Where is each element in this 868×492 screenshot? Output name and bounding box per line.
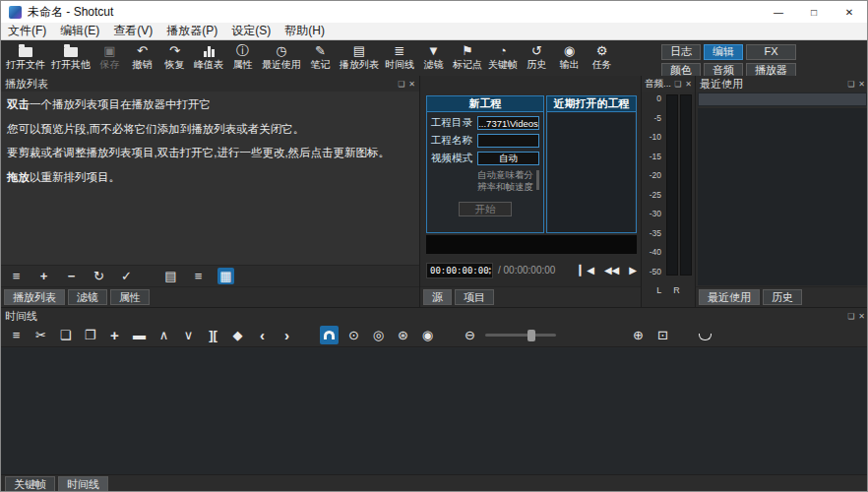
- zoom-out-button[interactable]: ⊖: [461, 326, 479, 344]
- snap-toggle-button[interactable]: [320, 326, 339, 344]
- tab-playlist[interactable]: 播放列表: [4, 289, 65, 305]
- toolbar-keyframes-button[interactable]: ◔ 关键帧: [485, 42, 521, 71]
- menu-player[interactable]: 播放器(P): [159, 23, 224, 39]
- playlist-accept-button[interactable]: ✓: [118, 268, 135, 284]
- menu-help[interactable]: 帮助(H): [278, 23, 332, 39]
- lift-button[interactable]: ∧: [155, 326, 173, 344]
- playlist-view-tiles-button[interactable]: ≡: [190, 268, 207, 284]
- split-button[interactable]: ][: [204, 326, 222, 344]
- meter-well-left: [666, 94, 678, 276]
- toolbar-undo-button[interactable]: ↶ 撤销: [126, 42, 158, 71]
- layout-logging-button[interactable]: 日志: [661, 44, 701, 60]
- toolbar-history-button[interactable]: ↺ 历史: [521, 42, 553, 71]
- timeline-zoom-slider[interactable]: [485, 329, 556, 342]
- start-button[interactable]: 开始: [459, 202, 512, 216]
- tab-recent[interactable]: 最近使用: [699, 289, 760, 305]
- tab-filters[interactable]: 滤镜: [68, 289, 107, 305]
- paste-button[interactable]: ❐: [81, 326, 99, 344]
- playlist-remove-button[interactable]: −: [63, 268, 80, 284]
- overwrite-button[interactable]: ∨: [179, 326, 198, 344]
- recent-projects-list[interactable]: [548, 113, 635, 232]
- tab-timeline[interactable]: 时间线: [58, 476, 108, 492]
- player-seek-bar[interactable]: [426, 235, 637, 254]
- project-folder-button[interactable]: ...7371\Videos: [477, 116, 539, 130]
- playlist-view-icons-button[interactable]: ▦: [217, 268, 234, 284]
- close-panel-icon[interactable]: ✕: [408, 80, 415, 89]
- zoom-in-button[interactable]: ⊕: [629, 326, 648, 344]
- ripple-delete-button[interactable]: ▬: [130, 326, 149, 344]
- layout-editing-button[interactable]: 编辑: [704, 44, 743, 60]
- prev-marker-button[interactable]: ‹: [253, 326, 272, 344]
- toolbar-timeline-button[interactable]: ≣ 时间线: [382, 42, 417, 71]
- menu-edit[interactable]: 编辑(E): [53, 23, 106, 39]
- playlist-panel: 播放列表 ❏ ✕ 双击一个播放列表项目在播放器中打开它 您可以预览片段,而不必将…: [1, 76, 420, 307]
- timeline-menu-button[interactable]: ≡: [7, 326, 26, 344]
- close-button[interactable]: ✕: [832, 1, 867, 23]
- db-tick: -15: [642, 153, 661, 160]
- timecode-spin-buttons: ▴ ▾: [489, 266, 492, 276]
- next-marker-button[interactable]: ›: [278, 326, 296, 344]
- toolbar-notes-button[interactable]: ✎ 笔记: [304, 42, 337, 71]
- timecode-spinner[interactable]: 00:00:00:00 ▴ ▾: [426, 263, 493, 278]
- record-audio-button[interactable]: [696, 326, 714, 344]
- layout-fx-button[interactable]: FX: [746, 44, 796, 60]
- playlist-view-details-button[interactable]: ▤: [162, 268, 179, 284]
- skip-to-start-button[interactable]: ▎◀: [580, 265, 594, 276]
- close-panel-icon[interactable]: ✕: [858, 312, 865, 321]
- menu-settings[interactable]: 设定(S): [224, 23, 278, 39]
- ripple-toggle-button[interactable]: ◎: [369, 326, 388, 344]
- redo-label: 恢复: [165, 59, 185, 71]
- recent-file-list[interactable]: [698, 108, 867, 285]
- toolbar-save-button[interactable]: ▣ 保存: [93, 42, 126, 71]
- scrub-toggle-button[interactable]: ⊙: [344, 326, 363, 344]
- playlist-update-button[interactable]: ↻: [91, 268, 107, 284]
- close-panel-icon[interactable]: ✕: [685, 80, 692, 89]
- tab-keyframes[interactable]: 关键帧: [5, 476, 55, 492]
- toolbar-redo-button[interactable]: ↷ 恢复: [158, 42, 191, 71]
- zoom-fit-button[interactable]: ⊡: [653, 326, 672, 344]
- toolbar-export-button[interactable]: ◉ 输出: [553, 42, 586, 71]
- recent-search-input[interactable]: [698, 92, 867, 106]
- close-panel-icon[interactable]: ✕: [858, 80, 865, 89]
- toolbar-open-file-button[interactable]: 打开文件: [3, 42, 48, 71]
- menu-file[interactable]: 文件(F): [1, 23, 53, 39]
- float-panel-icon[interactable]: ❏: [847, 312, 854, 321]
- float-panel-icon[interactable]: ❏: [847, 80, 854, 89]
- copy-button[interactable]: ❏: [56, 326, 75, 344]
- toolbar-markers-button[interactable]: ⚑ 标记点: [450, 42, 485, 71]
- toolbar-jobs-button[interactable]: ⚙ 任务: [586, 42, 618, 71]
- float-panel-icon[interactable]: ❏: [398, 80, 404, 89]
- player-panel: 新工程 工程目录 ...7371\Videos 工程名称 视频模式 自动: [420, 76, 642, 307]
- properties-label: 属性: [233, 59, 253, 71]
- playlist-menu-button[interactable]: ≡: [8, 268, 25, 284]
- toolbar-recent-button[interactable]: ◷ 最近使用: [259, 42, 304, 71]
- slider-handle[interactable]: [527, 330, 535, 341]
- rewind-button[interactable]: ◀◀: [604, 265, 619, 276]
- marker-button[interactable]: ◆: [228, 326, 247, 344]
- ripple-markers-button[interactable]: ◉: [418, 326, 437, 344]
- hint-scrollbar[interactable]: [536, 170, 539, 190]
- menu-view[interactable]: 查看(V): [106, 23, 159, 39]
- minimize-button[interactable]: —: [761, 1, 796, 23]
- toolbar-filters-button[interactable]: ▼ 滤镜: [417, 42, 450, 71]
- toolbar-open-other-button[interactable]: 打开其他: [48, 42, 93, 71]
- play-button[interactable]: ▶: [629, 265, 637, 276]
- maximize-button[interactable]: □: [796, 1, 832, 23]
- cut-button[interactable]: ✂: [31, 326, 50, 344]
- tab-history[interactable]: 历史: [763, 289, 802, 305]
- append-button[interactable]: +: [105, 326, 124, 344]
- tab-properties[interactable]: 属性: [110, 289, 150, 305]
- tab-source[interactable]: 源: [423, 289, 452, 305]
- tab-project[interactable]: 项目: [455, 289, 494, 305]
- ripple-all-tracks-button[interactable]: ⊛: [394, 326, 412, 344]
- spin-down-icon[interactable]: ▾: [489, 271, 492, 276]
- open-file-label: 打开文件: [6, 59, 45, 71]
- playlist-add-button[interactable]: +: [35, 268, 52, 284]
- project-name-input[interactable]: [477, 134, 539, 148]
- toolbar-playlist-button[interactable]: ▤ 播放列表: [337, 42, 382, 71]
- timeline-tracks-area[interactable]: [1, 348, 868, 474]
- video-mode-dropdown[interactable]: 自动: [477, 152, 539, 165]
- toolbar-properties-button[interactable]: ⓘ 属性: [226, 42, 259, 71]
- toolbar-peak-meter-button[interactable]: 峰值表: [191, 42, 226, 71]
- float-panel-icon[interactable]: ❏: [674, 80, 681, 89]
